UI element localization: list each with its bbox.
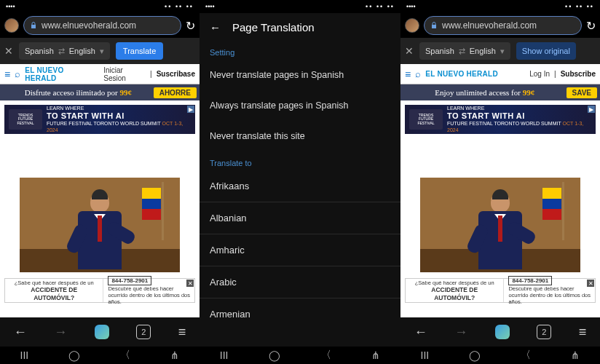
from-lang: Spanish: [25, 47, 54, 55]
svg-rect-1: [432, 25, 436, 28]
close-icon[interactable]: ✕: [4, 45, 13, 57]
browser-nav: ← → 2 ≡: [400, 317, 600, 347]
subscribe-link[interactable]: Suscribase: [157, 70, 195, 78]
access-icon[interactable]: ⋔: [170, 349, 179, 361]
url-text: www.elnuevoherald.com: [442, 20, 537, 31]
svg-rect-0: [31, 25, 36, 28]
translate-toolbar: ✕ Spanish ⇄ English ▾ Translate: [0, 38, 200, 64]
refresh-icon[interactable]: ↻: [186, 19, 195, 33]
translate-button[interactable]: Translate: [116, 42, 163, 60]
home-icon[interactable]: ◯: [469, 349, 481, 361]
ad-top[interactable]: TRENDSFUTUREFESTIVAL LEARN WHERE TO STAR…: [405, 105, 596, 134]
recents-icon[interactable]: III: [20, 349, 29, 361]
forward-icon[interactable]: →: [454, 325, 467, 340]
overflow-icon[interactable]: ≡: [579, 325, 587, 340]
page-title: Page Translation: [232, 21, 315, 33]
article-photo[interactable]: [405, 178, 596, 272]
fest-badge: TRENDSFUTUREFESTIVAL: [409, 109, 443, 130]
lang-option[interactable]: Amharic: [200, 234, 400, 266]
site-header: ≡⌕ EL NUEVO HERALD Log In | Subscribe: [400, 64, 600, 84]
search-icon[interactable]: ⌕: [15, 68, 20, 79]
ad-close-icon[interactable]: ✕: [186, 280, 194, 287]
system-nav: III ◯ 〈 ⋔: [400, 347, 600, 364]
overflow-icon[interactable]: ≡: [178, 325, 186, 340]
status-bar: •••••• •• ••: [400, 0, 600, 13]
site-header: ≡⌕ EL NUEVO HERALD Iniciar Sesion | Susc…: [0, 64, 200, 84]
menu-icon[interactable]: ≡: [405, 68, 411, 80]
lock-icon: [30, 22, 37, 29]
copilot-icon[interactable]: [95, 325, 109, 339]
lang-option[interactable]: Afrikaans: [200, 170, 400, 202]
sysback-icon[interactable]: 〈: [521, 349, 531, 362]
sysback-icon[interactable]: 〈: [120, 349, 130, 362]
address-bar: www.elnuevoherald.com ↻: [400, 13, 600, 38]
ad-close-icon[interactable]: ▶: [187, 106, 194, 113]
setting-never-translate-site[interactable]: Never translate this site: [200, 121, 400, 151]
tabs-button[interactable]: 2: [136, 325, 151, 339]
home-icon[interactable]: ◯: [68, 349, 80, 361]
home-icon[interactable]: ◯: [269, 349, 280, 361]
ad-bottom[interactable]: ¿Sabe qué hacer después de un ACCIDENTE …: [4, 278, 195, 303]
ad-close-icon[interactable]: ▶: [588, 106, 595, 113]
system-nav: III ◯ 〈 ⋔: [200, 347, 400, 364]
access-icon[interactable]: ⋔: [571, 349, 580, 361]
login-link[interactable]: Log In: [529, 70, 550, 78]
ad-close-icon[interactable]: ✕: [587, 280, 594, 287]
setting-never-translate-lang[interactable]: Never translate pages in Spanish: [200, 60, 400, 90]
sysback-icon[interactable]: 〈: [321, 349, 331, 362]
close-icon[interactable]: ✕: [405, 45, 414, 57]
recents-icon[interactable]: III: [220, 349, 229, 361]
address-bar: www.elnuevoherald.com ↻: [0, 13, 200, 38]
subscribe-link[interactable]: Subscribe: [561, 70, 596, 78]
promo-banner: Enjoy unlimited access for 99¢ SAVE: [400, 84, 600, 100]
search-icon[interactable]: ⌕: [415, 68, 421, 79]
lock-icon: [430, 22, 438, 29]
fest-badge: TRENDSFUTUREFESTIVAL: [9, 109, 42, 130]
menu-icon[interactable]: ≡: [4, 68, 10, 80]
settings-header: ← Page Translation: [200, 13, 400, 41]
access-icon[interactable]: ⋔: [371, 349, 380, 361]
language-selector[interactable]: Spanish ⇄ English ▾: [19, 42, 110, 60]
profile-avatar[interactable]: [4, 18, 19, 33]
refresh-icon[interactable]: ↻: [586, 19, 596, 33]
to-lang: English: [470, 47, 496, 55]
lang-option[interactable]: Armenian: [200, 298, 400, 330]
brand-logo[interactable]: EL NUEVO HERALD: [425, 70, 498, 78]
from-lang: Spanish: [425, 47, 454, 55]
lang-option[interactable]: Arabic: [200, 266, 400, 298]
system-nav: III ◯ 〈 ⋔: [0, 347, 200, 364]
brand-logo[interactable]: EL NUEVO HERALD: [25, 66, 95, 82]
url-box[interactable]: www.elnuevoherald.com: [424, 16, 582, 35]
ad-top[interactable]: TRENDSFUTUREFESTIVAL LEARN WHERE TO STAR…: [4, 105, 195, 134]
save-button[interactable]: AHORRE: [154, 87, 197, 98]
forward-icon[interactable]: →: [54, 325, 67, 340]
back-arrow-icon[interactable]: ←: [210, 21, 221, 33]
profile-avatar[interactable]: [405, 18, 419, 33]
lang-option[interactable]: Albanian: [200, 202, 400, 234]
tabs-button[interactable]: 2: [537, 325, 551, 339]
url-box[interactable]: www.elnuevoherald.com: [23, 16, 181, 35]
url-text: www.elnuevoherald.com: [42, 20, 136, 31]
back-icon[interactable]: ←: [414, 325, 427, 340]
copilot-icon[interactable]: [495, 325, 510, 339]
browser-nav: ← → 2 ≡: [0, 317, 200, 347]
status-bar: •••••• •• ••: [200, 0, 400, 13]
promo-banner: Disfrute acceso ilimitado por 99¢ AHORRE: [0, 84, 200, 100]
setting-always-translate-lang[interactable]: Always translate pages in Spanish: [200, 90, 400, 121]
language-selector[interactable]: Spanish ⇄ English ▾: [419, 42, 510, 60]
save-button[interactable]: SAVE: [567, 87, 598, 98]
article-photo[interactable]: [4, 178, 195, 272]
ad-bottom[interactable]: ¿Sabe qué hacer después de un ACCIDENTE …: [405, 278, 596, 303]
promo-text: Disfrute acceso ilimitado por 99¢: [3, 88, 154, 97]
promo-text: Enjoy unlimited access for 99¢: [403, 88, 567, 97]
back-icon[interactable]: ←: [14, 325, 27, 340]
section-translate-to: Translate to: [200, 151, 400, 170]
show-original-button[interactable]: Show original: [516, 42, 576, 60]
to-lang: English: [69, 47, 95, 55]
status-bar: •••••• •• ••: [0, 0, 200, 13]
recents-icon[interactable]: III: [421, 349, 430, 361]
section-setting: Setting: [200, 41, 400, 60]
login-link[interactable]: Iniciar Sesion: [103, 66, 146, 82]
translate-toolbar: ✕ Spanish ⇄ English ▾ Show original: [400, 38, 600, 64]
